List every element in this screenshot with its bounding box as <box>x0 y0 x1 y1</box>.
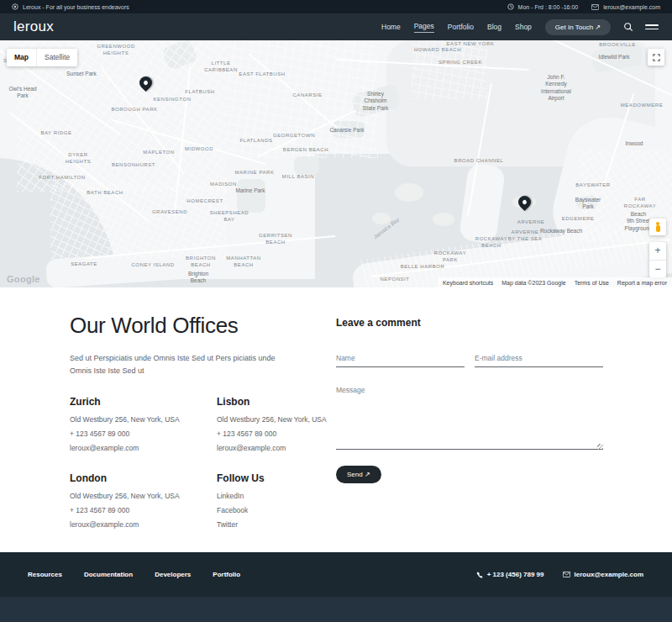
google-logo[interactable]: Google <box>7 274 40 284</box>
map-data-copyright: Map data ©2023 Google <box>501 280 565 286</box>
google-map[interactable]: GREENWOOD HEIGHTSSUNSET PARKSunset ParkO… <box>0 40 672 287</box>
map-type-map-button[interactable]: Map <box>7 49 36 66</box>
map-label: DYKER HEIGHTS <box>66 152 92 166</box>
map-label: BENSONHURST <box>112 162 155 169</box>
map-label: BRIGHTON BEACH <box>186 256 216 269</box>
clock-icon <box>507 3 514 10</box>
terms-of-use-link[interactable]: Terms of Use <box>575 280 609 286</box>
map-labels: GREENWOOD HEIGHTSSUNSET PARKSunset ParkO… <box>0 40 672 287</box>
mail-icon <box>563 572 570 577</box>
facebook-link[interactable]: Facebook <box>217 506 336 514</box>
search-icon[interactable] <box>623 22 633 32</box>
map-label: GRAVESEND <box>152 209 187 216</box>
map-type-satellite-button[interactable]: Satellite <box>36 49 77 66</box>
map-label: Sunset Park <box>66 71 96 77</box>
get-in-touch-button[interactable]: Get In Touch ↗ <box>545 19 611 35</box>
office-phone: + 123 4567 89 000 <box>70 506 217 514</box>
footer-link-portfolio[interactable]: Portfolio <box>213 571 240 578</box>
map-label: Beach 9th Street Playground <box>625 211 653 232</box>
map-label: BATH BEACH <box>87 190 123 197</box>
footer-phone[interactable]: + 123 (456) 789 99 <box>476 571 544 578</box>
map-label: EAST NEW YORK <box>447 41 495 48</box>
business-hours: Mon - Frd : 8:00 -16:00 <box>518 4 579 10</box>
footer: Resources Documentation Developers Portf… <box>0 552 672 597</box>
menu-icon[interactable] <box>645 22 659 32</box>
offices-section: Our World Offices Sed ut Perspiciatis un… <box>0 287 672 552</box>
map-label: MIDWOOD <box>185 146 213 153</box>
logo[interactable]: leroux <box>13 18 54 35</box>
map-marker[interactable] <box>516 193 533 211</box>
nav-item-portfolio[interactable]: Portfolio <box>448 23 474 31</box>
footer-link-developers[interactable]: Developers <box>155 571 191 578</box>
linkedin-link[interactable]: LinkedIn <box>217 492 336 500</box>
footer-link-documentation[interactable]: Documentation <box>84 571 133 578</box>
resize-handle-icon[interactable] <box>597 444 603 450</box>
follow-us-title: Follow Us <box>217 472 336 484</box>
map-label: Rockaway Beach <box>540 228 582 235</box>
map-label: ROCKAWAY BEACH <box>475 236 508 250</box>
map-label: Jamaica Bay <box>372 216 402 241</box>
office-email-link[interactable]: leroux@example.com <box>70 520 217 529</box>
map-label: BROOKVILLE <box>599 42 636 49</box>
map-label: SHEEPSHEAD BAY <box>210 210 249 224</box>
map-label: BELLE HARBOR <box>401 264 445 271</box>
message-input[interactable] <box>336 382 603 450</box>
section-subtitle: Sed ut Perspiciatis unde Omnis Iste Sed … <box>70 352 280 377</box>
zoom-in-button[interactable]: + <box>649 242 666 261</box>
map-label: Inwood <box>626 140 643 147</box>
map-label: BOROUGH PARK <box>111 107 157 113</box>
footer-email[interactable]: leroux@example.com <box>563 571 644 578</box>
map-label: LITTLE CARIBBEAN <box>204 61 238 74</box>
nav-item-pages[interactable]: Pages <box>414 22 434 33</box>
topbar-email-link[interactable]: leroux@example.com <box>603 4 660 10</box>
email-input[interactable] <box>475 351 603 367</box>
office-email-link[interactable]: leroux@example.com <box>217 444 336 452</box>
map-label: GEORGETOWN <box>273 133 315 140</box>
map-label: EAST FLATBUSH <box>239 71 285 78</box>
form-title: Leave a comment <box>336 317 603 329</box>
name-input[interactable] <box>336 351 465 367</box>
map-label: CANARSIE <box>292 92 322 99</box>
office-city: Zurich <box>70 396 217 408</box>
map-label: ROCKAWAY PARK <box>434 250 467 264</box>
report-map-error-link[interactable]: Report a map error <box>617 280 667 286</box>
office-phone: + 123 4567 89 000 <box>217 430 336 438</box>
map-label: SPRING CREEK <box>438 60 482 66</box>
page-title: Our World Offices <box>70 313 336 339</box>
nav-item-home[interactable]: Home <box>381 23 401 31</box>
map-label: BAYSWATER <box>575 182 611 189</box>
fullscreen-button[interactable] <box>648 49 664 66</box>
map-label: KENSINGTON <box>153 97 191 103</box>
phone-icon <box>476 572 483 578</box>
footer-link-resources[interactable]: Resources <box>28 571 62 578</box>
map-label: MADISON <box>210 182 237 188</box>
map-type-control: Map Satellite <box>7 49 77 66</box>
bullet-icon <box>12 3 18 10</box>
office-email-link[interactable]: leroux@example.com <box>70 444 217 452</box>
nav-item-shop[interactable]: Shop <box>515 23 532 31</box>
map-label: ARVERNE <box>517 219 545 226</box>
send-button[interactable]: Send ↗ <box>336 466 381 483</box>
map-label: BAY RIDGE <box>40 130 71 137</box>
map-label: Owl's Head Park <box>8 86 36 100</box>
keyboard-shortcuts-link[interactable]: Keyboard shortcuts <box>443 280 493 286</box>
map-label: NEPONSIT <box>380 277 409 283</box>
zoom-out-button[interactable]: − <box>649 261 666 278</box>
map-label: HOWARD BEACH <box>414 47 461 54</box>
pegman-control[interactable] <box>649 219 666 235</box>
map-marker[interactable] <box>137 74 155 92</box>
map-label: FLATLANDS <box>239 138 272 145</box>
comment-form: Leave a comment Send ↗ <box>336 313 603 552</box>
office-city: London <box>70 472 217 484</box>
map-label: Idlewild Park <box>599 54 630 61</box>
topbar: Leroux - For all your business endeavors… <box>0 0 672 13</box>
map-label: CONEY ISLAND <box>131 262 174 269</box>
follow-us-block: Follow Us LinkedIn Facebook Twitter <box>217 472 336 529</box>
main-navigation: leroux Home Pages Portfolio Blog Shop Ge… <box>0 13 672 40</box>
map-label: ARVERNE BY THE SEA <box>508 229 543 243</box>
map-label: FLATBUSH <box>185 89 214 96</box>
map-label: BROAD CHANNEL <box>454 158 504 165</box>
nav-item-blog[interactable]: Blog <box>487 23 501 31</box>
office-london: London Old Westbury 256, New York, USA +… <box>70 472 217 529</box>
twitter-link[interactable]: Twitter <box>217 520 336 529</box>
